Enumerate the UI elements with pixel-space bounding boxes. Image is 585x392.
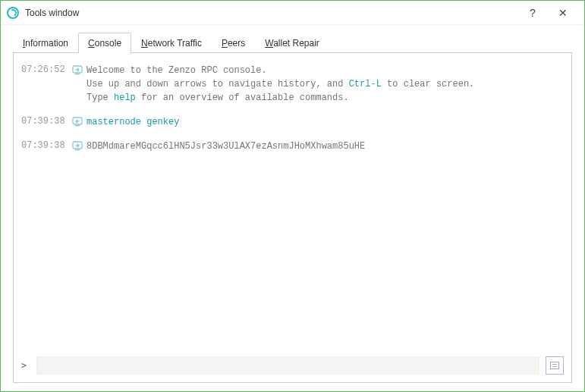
command-text: masternode genkey [86, 115, 564, 129]
tab-network-traffic[interactable]: Network Traffic [131, 33, 212, 53]
console-panel: 07:26:52Welcome to the Zenzo RPC console… [13, 52, 572, 383]
tab-label: allet Repair [273, 38, 319, 49]
console-row: 07:39:388DBMdmareMGqcc6lHN5Jsr33w3UlAX7e… [21, 140, 564, 153]
app-icon [7, 7, 19, 19]
tools-window: Tools window ? ✕ Information Console Net… [0, 0, 585, 392]
output-text: Welcome to the Zenzo RPC console.Use up … [86, 64, 564, 105]
console-output[interactable]: 07:26:52Welcome to the Zenzo RPC console… [14, 53, 571, 350]
svg-rect-5 [75, 149, 80, 150]
tab-label: onsole [95, 38, 121, 49]
clear-button[interactable] [546, 356, 564, 375]
output-text: 8DBMdmareMGqcc6lHN5Jsr33w3UlAX7ezAsnmJHo… [86, 140, 564, 153]
titlebar: Tools window ? ✕ [1, 1, 584, 25]
command-in-icon [68, 115, 86, 127]
command-out-icon [68, 64, 86, 76]
console-row: 07:26:52Welcome to the Zenzo RPC console… [21, 64, 564, 105]
timestamp: 07:39:38 [21, 140, 68, 151]
tab-label: nformation [25, 38, 68, 49]
command-out-icon [68, 140, 86, 152]
tab-wallet-repair[interactable]: Wallet Repair [255, 33, 329, 53]
prompt-symbol: > [21, 360, 30, 371]
tab-information[interactable]: Information [13, 33, 78, 53]
tab-console[interactable]: Console [78, 33, 131, 53]
svg-rect-3 [75, 125, 80, 126]
tab-label: etwork Traffic [148, 38, 202, 49]
clear-icon [550, 362, 559, 369]
console-input[interactable] [36, 356, 539, 375]
timestamp: 07:26:52 [21, 64, 68, 75]
tab-bar: Information Console Network Traffic Peer… [1, 25, 584, 53]
tab-label: eers [228, 38, 245, 49]
help-button[interactable]: ? [517, 1, 548, 25]
timestamp: 07:39:38 [21, 115, 68, 127]
tab-peers[interactable]: Peers [212, 33, 255, 53]
console-input-bar: > [14, 350, 571, 382]
close-button[interactable]: ✕ [548, 1, 578, 25]
console-row: 07:39:38masternode genkey [21, 115, 564, 129]
window-title: Tools window [25, 8, 517, 18]
svg-rect-1 [75, 74, 80, 74]
